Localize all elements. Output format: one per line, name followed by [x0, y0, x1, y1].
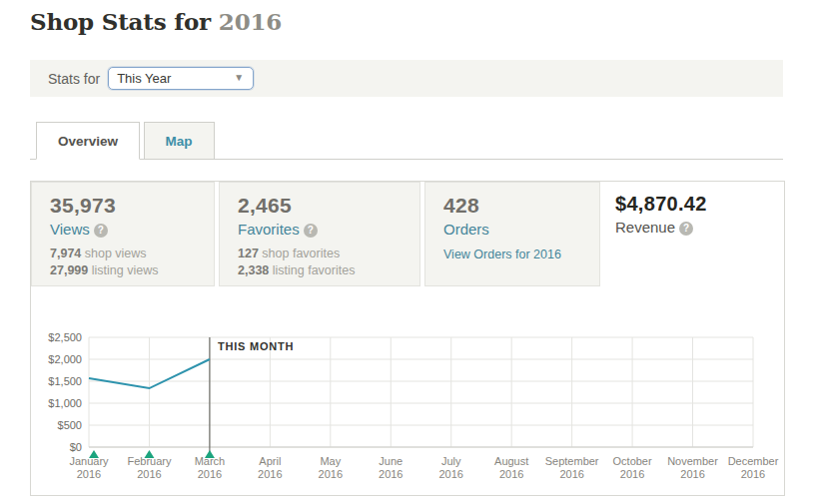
tab-bar: Overview Map	[30, 122, 783, 160]
tab-overview-label: Overview	[58, 134, 118, 149]
revenue-chart-svg: $0$500$1,000$1,500$2,000$2,500January201…	[31, 286, 782, 497]
stat-card-revenue: $4,870.42 Revenue?	[600, 182, 780, 286]
views-sub-stats: 7,974 shop views 27,999 listing views	[50, 246, 214, 279]
svg-text:2016: 2016	[499, 468, 523, 480]
svg-text:October: October	[613, 455, 652, 467]
svg-text:September: September	[545, 455, 599, 467]
svg-text:April: April	[259, 455, 281, 467]
svg-text:$1,500: $1,500	[48, 375, 82, 387]
chevron-down-icon: ▼	[234, 72, 244, 83]
shop-stats-page: Shop Stats for 2016 Stats for This Year …	[0, 0, 813, 504]
svg-text:$1,000: $1,000	[48, 397, 82, 409]
svg-text:2016: 2016	[620, 468, 644, 480]
stats-period-label: Stats for	[48, 71, 100, 87]
views-help-icon[interactable]: ?	[94, 224, 108, 238]
svg-text:December: December	[728, 455, 779, 467]
orders-value: 428	[443, 194, 599, 218]
svg-text:2016: 2016	[137, 468, 161, 480]
page-title-year: 2016	[219, 8, 282, 35]
svg-text:June: June	[379, 455, 403, 467]
filter-bar: Stats for This Year ▼	[30, 60, 783, 97]
svg-text:May: May	[320, 455, 341, 467]
svg-text:August: August	[494, 455, 528, 467]
svg-text:$0: $0	[70, 441, 82, 453]
svg-text:2016: 2016	[680, 468, 704, 480]
svg-text:2016: 2016	[379, 468, 403, 480]
page-title: Shop Stats for 2016	[30, 8, 282, 35]
revenue-chart: $0$500$1,000$1,500$2,000$2,500January201…	[31, 286, 784, 497]
listing-views-count: 27,999	[50, 263, 88, 277]
stats-period-selected-value: This Year	[117, 71, 171, 86]
favorites-link[interactable]: Favorites	[238, 221, 300, 238]
svg-text:2016: 2016	[319, 468, 343, 480]
svg-text:2016: 2016	[741, 468, 765, 480]
shop-favorites-count: 127	[238, 247, 259, 260]
svg-text:2016: 2016	[258, 468, 282, 480]
stats-row: 35,973 Views? 7,974 shop views 27,999 li…	[31, 182, 784, 286]
revenue-help-icon[interactable]: ?	[679, 222, 693, 236]
svg-text:2016: 2016	[198, 468, 222, 480]
stat-card-views: 35,973 Views? 7,974 shop views 27,999 li…	[31, 182, 215, 286]
svg-text:THIS MONTH: THIS MONTH	[218, 340, 294, 352]
svg-text:2016: 2016	[559, 468, 583, 480]
svg-text:July: July	[441, 455, 461, 467]
page-title-prefix: Shop Stats for	[30, 8, 211, 35]
revenue-label: Revenue	[615, 219, 675, 236]
stats-period-select[interactable]: This Year ▼	[108, 67, 254, 90]
shop-favorites-label: shop favorites	[262, 247, 340, 260]
view-orders-link[interactable]: View Orders for 2016	[443, 248, 599, 261]
svg-text:November: November	[667, 455, 718, 467]
stats-panel: 35,973 Views? 7,974 shop views 27,999 li…	[30, 181, 785, 496]
listing-favorites-count: 2,338	[238, 263, 269, 277]
svg-text:2016: 2016	[77, 468, 101, 480]
listing-favorites-label: listing favorites	[273, 263, 356, 277]
shop-views-label: shop views	[85, 247, 147, 260]
tab-overview[interactable]: Overview	[36, 122, 140, 160]
stat-card-favorites: 2,465 Favorites? 127 shop favorites 2,33…	[219, 182, 420, 286]
listing-views-label: listing views	[92, 263, 159, 277]
revenue-value: $4,870.42	[615, 193, 780, 216]
svg-text:$500: $500	[58, 419, 82, 431]
svg-text:January: January	[69, 455, 109, 467]
favorites-value: 2,465	[238, 194, 419, 218]
svg-text:2016: 2016	[438, 468, 462, 480]
shop-views-count: 7,974	[50, 247, 81, 260]
favorites-help-icon[interactable]: ?	[304, 224, 318, 238]
tab-map-label: Map	[166, 134, 193, 149]
views-link[interactable]: Views	[50, 221, 90, 238]
views-value: 35,973	[50, 194, 214, 218]
tab-map[interactable]: Map	[144, 122, 215, 160]
svg-text:$2,500: $2,500	[48, 331, 82, 343]
svg-text:$2,000: $2,000	[48, 353, 82, 365]
stat-card-orders: 428 Orders View Orders for 2016	[424, 182, 600, 286]
favorites-sub-stats: 127 shop favorites 2,338 listing favorit…	[238, 246, 419, 279]
orders-link[interactable]: Orders	[443, 221, 489, 238]
